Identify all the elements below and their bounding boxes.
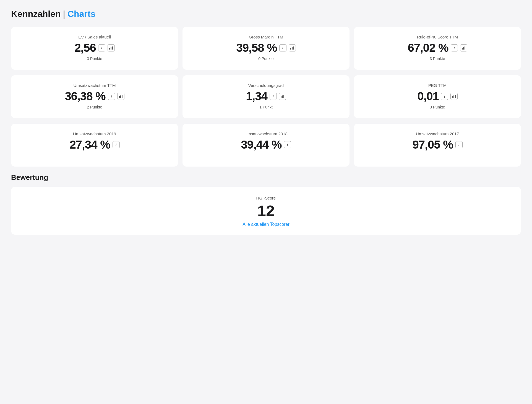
metric-card-umsatz-2019: Umsatzwachstum 201927,34 %i <box>11 124 178 167</box>
metric-value-gross-margin: 39,58 % <box>236 42 277 54</box>
svg-rect-13 <box>282 95 283 98</box>
svg-rect-6 <box>462 48 463 50</box>
metric-card-umsatz-2017: Umsatzwachstum 201797,05 %i <box>354 124 521 167</box>
page-title-main: Kennzahlen <box>11 9 61 19</box>
metric-card-verschuldungsgrad: Verschuldungsgrad1,34i1 Punkt <box>182 75 350 118</box>
metric-value-row-rule-of-40: 67,02 %i <box>408 42 467 54</box>
svg-rect-12 <box>281 96 281 98</box>
bewertung-title: Bewertung <box>11 173 521 182</box>
info-icon[interactable]: i <box>98 44 105 51</box>
metric-value-umsatz-2019: 27,34 % <box>69 139 110 151</box>
metric-label-umsatz-ttm: Umsatzwachstum TTM <box>73 83 116 88</box>
svg-rect-5 <box>293 46 294 50</box>
metric-punkte-peg-ttm: 3 Punkte <box>430 105 445 109</box>
chart-icon[interactable] <box>279 93 286 100</box>
chart-icon[interactable] <box>289 44 296 51</box>
svg-rect-4 <box>292 47 293 50</box>
svg-rect-15 <box>452 96 453 98</box>
metric-value-row-umsatz-2018: 39,44 %i <box>241 139 291 151</box>
metric-value-row-umsatz-2019: 27,34 %i <box>69 139 119 151</box>
charts-link[interactable]: Charts <box>67 9 95 19</box>
metric-value-umsatz-2018: 39,44 % <box>241 139 281 151</box>
metric-punkte-ev-sales: 3 Punkte <box>87 56 102 61</box>
metric-punkte-verschuldungsgrad: 1 Punkt <box>259 105 272 109</box>
metric-value-row-umsatz-ttm: 36,38 %i <box>65 90 124 102</box>
info-icon[interactable]: i <box>455 141 463 148</box>
metric-value-ev-sales: 2,56 <box>74 42 96 54</box>
metric-value-row-verschuldungsgrad: 1,34i <box>246 90 286 102</box>
metric-punkte-umsatz-ttm: 2 Punkte <box>87 105 102 109</box>
metric-card-umsatz-2018: Umsatzwachstum 201839,44 %i <box>182 124 350 167</box>
bewertung-card: HGI-Score 12 Alle aktuellen Topscorer <box>11 187 521 235</box>
svg-rect-7 <box>463 47 464 50</box>
metrics-row-1: Umsatzwachstum TTM36,38 %i2 PunkteVersch… <box>11 75 521 118</box>
chart-icon[interactable] <box>450 93 458 100</box>
bewertung-section: Bewertung HGI-Score 12 Alle aktuellen To… <box>11 173 521 235</box>
metric-card-umsatz-ttm: Umsatzwachstum TTM36,38 %i2 Punkte <box>11 75 178 118</box>
info-icon[interactable]: i <box>441 93 448 100</box>
hgi-value: 12 <box>257 203 275 219</box>
svg-rect-0 <box>109 48 110 50</box>
metric-value-row-ev-sales: 2,56i <box>74 42 115 54</box>
metric-label-rule-of-40: Rule-of-40 Score TTM <box>417 35 458 39</box>
svg-rect-17 <box>455 95 456 98</box>
info-icon[interactable]: i <box>279 44 286 51</box>
metric-label-ev-sales: EV / Sales aktuell <box>78 35 111 39</box>
metric-label-verschuldungsgrad: Verschuldungsgrad <box>248 83 284 88</box>
info-icon[interactable]: i <box>284 141 291 148</box>
chart-icon[interactable] <box>460 44 467 51</box>
metric-label-umsatz-2019: Umsatzwachstum 2019 <box>73 131 116 136</box>
info-icon[interactable]: i <box>270 93 277 100</box>
metric-label-peg-ttm: PEG TTM <box>428 83 447 88</box>
header-separator: | <box>63 9 65 19</box>
svg-rect-16 <box>453 95 454 98</box>
page-header: Kennzahlen | Charts <box>11 9 521 19</box>
metrics-row-2: Umsatzwachstum 201927,34 %iUmsatzwachstu… <box>11 124 521 167</box>
metric-value-row-gross-margin: 39,58 %i <box>236 42 296 54</box>
metric-label-umsatz-2018: Umsatzwachstum 2018 <box>244 131 288 136</box>
info-icon[interactable]: i <box>451 44 458 51</box>
hgi-label: HGI-Score <box>256 196 276 200</box>
metric-card-rule-of-40: Rule-of-40 Score TTM67,02 %i3 Punkte <box>354 27 521 70</box>
chart-icon[interactable] <box>108 44 115 51</box>
metric-value-row-peg-ttm: 0,01i <box>417 90 458 102</box>
svg-rect-8 <box>465 46 465 50</box>
svg-rect-1 <box>111 47 111 50</box>
info-icon[interactable]: i <box>113 141 120 148</box>
metric-value-umsatz-2017: 97,05 % <box>412 139 453 151</box>
topscorer-link[interactable]: Alle aktuellen Topscorer <box>242 222 290 227</box>
svg-rect-2 <box>112 46 113 50</box>
metric-value-row-umsatz-2017: 97,05 %i <box>412 139 462 151</box>
info-icon[interactable]: i <box>108 93 115 100</box>
metrics-container: EV / Sales aktuell2,56i3 PunkteGross Mar… <box>11 27 521 167</box>
metric-label-umsatz-2017: Umsatzwachstum 2017 <box>416 131 459 136</box>
svg-rect-14 <box>283 95 284 98</box>
metric-value-peg-ttm: 0,01 <box>417 90 439 102</box>
metric-value-verschuldungsgrad: 1,34 <box>246 90 267 102</box>
metric-value-umsatz-ttm: 36,38 % <box>65 90 105 102</box>
metric-label-gross-margin: Gross Margin TTM <box>249 35 283 39</box>
svg-rect-9 <box>119 96 120 98</box>
metric-card-ev-sales: EV / Sales aktuell2,56i3 Punkte <box>11 27 178 70</box>
svg-rect-11 <box>122 95 122 98</box>
svg-rect-3 <box>290 48 291 50</box>
svg-rect-10 <box>120 95 121 98</box>
metric-punkte-gross-margin: 0 Punkte <box>258 56 273 61</box>
chart-icon[interactable] <box>117 93 124 100</box>
metric-value-rule-of-40: 67,02 % <box>408 42 448 54</box>
metrics-row-0: EV / Sales aktuell2,56i3 PunkteGross Mar… <box>11 27 521 70</box>
metric-punkte-rule-of-40: 3 Punkte <box>430 56 445 61</box>
metric-card-gross-margin: Gross Margin TTM39,58 %i0 Punkte <box>182 27 350 70</box>
metric-card-peg-ttm: PEG TTM0,01i3 Punkte <box>354 75 521 118</box>
